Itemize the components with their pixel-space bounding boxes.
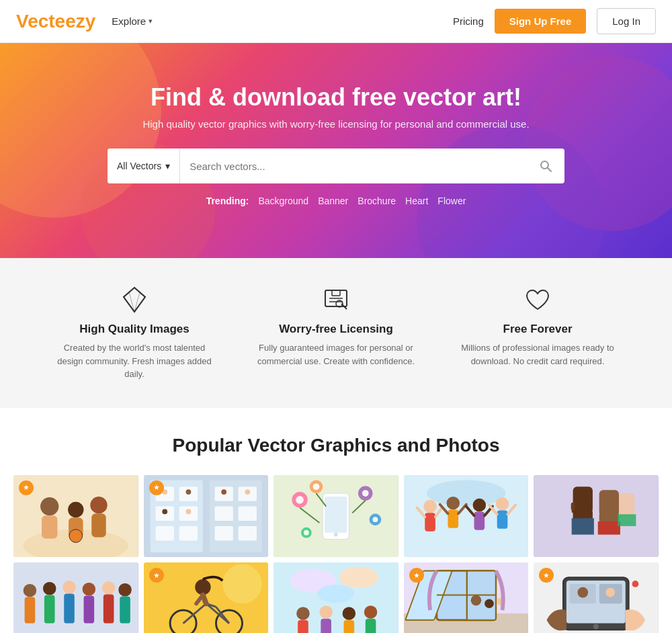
feature-licensing-desc: Fully guaranteed images for personal or … [255,341,417,368]
trending-banner[interactable]: Banner [318,196,348,206]
feature-quality: High Quality Images Created by the world… [54,285,215,381]
grid-image-fists [534,475,659,558]
svg-rect-61 [425,513,435,531]
svg-point-96 [102,581,116,595]
grid-item-team[interactable] [274,562,398,633]
svg-point-38 [185,509,191,514]
trending-background[interactable]: Background [258,196,308,206]
svg-point-116 [296,607,310,620]
grid-item-tablet[interactable]: ★ [534,562,659,633]
hero-title: Find & download free vector art! [13,83,659,112]
svg-point-39 [221,489,226,495]
svg-point-17 [90,496,107,513]
svg-line-1 [548,168,552,172]
feature-quality-title: High Quality Images [54,323,215,336]
svg-rect-99 [120,596,130,623]
grid-item-window[interactable]: ★ [404,562,529,633]
svg-rect-93 [64,594,75,624]
signup-button[interactable]: Sign Up Free [495,9,587,34]
feature-free-title: Free Forever [457,323,618,336]
feature-licensing-title: Worry-free Licensing [255,323,417,336]
svg-point-66 [496,497,509,510]
svg-point-92 [62,581,76,594]
svg-point-115 [318,585,355,603]
trending-flower[interactable]: Flower [437,196,466,206]
trending-heart[interactable]: Heart [405,196,428,206]
search-bar: All Vectors ▾ [108,149,564,183]
grid-item-phone-flowers[interactable] [274,475,398,558]
hero-subtitle: High quality vector graphics with worry-… [13,118,659,130]
svg-point-88 [24,584,37,597]
svg-point-94 [83,583,96,596]
svg-point-132 [485,599,494,608]
search-type-label: All Vectors [117,161,161,171]
star-badge-window: ★ [409,568,424,583]
svg-rect-6 [332,290,340,296]
svg-rect-84 [598,521,620,535]
svg-point-37 [162,509,167,514]
star-badge-family: ★ [19,480,34,495]
grid-image-phone-flowers [274,475,398,558]
svg-rect-83 [572,518,594,534]
svg-rect-119 [321,619,332,633]
svg-rect-28 [179,525,197,540]
grid-item-apartments[interactable]: ★ [144,475,269,558]
login-button[interactable]: Log In [597,8,656,34]
search-input[interactable] [180,149,527,183]
grid-item-fists[interactable] [534,475,659,558]
grid-item-family[interactable]: ★ [13,475,138,558]
svg-rect-77 [573,487,593,513]
svg-point-141 [593,624,599,630]
trending-brochure[interactable]: Brochure [358,196,396,206]
svg-rect-95 [84,596,95,624]
feature-licensing: Worry-free Licensing Fully guaranteed im… [255,285,417,381]
svg-point-15 [68,501,83,517]
grid-item-cyclist[interactable]: ★ [144,562,269,633]
explore-label: Explore [112,15,146,27]
trending-row: Trending: Background Banner Brochure Hea… [13,196,659,206]
svg-rect-32 [238,506,256,520]
svg-point-50 [362,490,369,497]
svg-marker-2 [124,288,145,312]
feature-quality-desc: Created by the world's most talented des… [54,341,215,381]
svg-point-101 [222,564,262,604]
search-type-dropdown[interactable]: All Vectors ▾ [108,149,180,183]
grid-image-group-people [13,562,138,633]
svg-rect-89 [25,597,36,623]
svg-rect-65 [474,511,485,530]
logo[interactable]: Vecteezy [16,11,95,32]
svg-rect-31 [214,506,233,520]
svg-rect-81 [599,490,619,516]
svg-point-90 [43,582,56,595]
svg-rect-34 [238,525,256,540]
pricing-link[interactable]: Pricing [453,15,484,27]
svg-point-114 [339,567,379,588]
svg-point-139 [578,587,589,598]
svg-rect-91 [44,595,55,624]
svg-point-60 [423,499,437,513]
svg-rect-97 [103,595,114,624]
svg-rect-121 [344,620,355,633]
header-left: Vecteezy Explore ▾ [16,11,153,32]
grid-image-kids [404,475,529,557]
svg-point-62 [446,496,460,509]
dropdown-chevron-icon: ▾ [165,161,170,171]
svg-rect-80 [571,502,575,510]
svg-rect-14 [42,515,57,538]
grid-item-group-people[interactable] [13,562,138,633]
header-right: Pricing Sign Up Free Log In [453,8,656,34]
svg-point-131 [470,595,481,606]
svg-rect-67 [497,510,508,528]
explore-button[interactable]: Explore ▾ [112,15,153,27]
grid-image-team [274,562,398,633]
svg-point-142 [632,581,639,587]
svg-point-40 [245,489,250,495]
svg-point-118 [320,605,333,619]
svg-rect-18 [91,513,106,537]
svg-rect-76 [534,475,659,558]
search-button[interactable] [527,149,564,183]
grid-item-kids[interactable] [404,475,529,558]
heart-icon [523,285,552,314]
feature-free-desc: Millions of professional images ready to… [457,341,618,368]
svg-point-19 [69,529,83,542]
